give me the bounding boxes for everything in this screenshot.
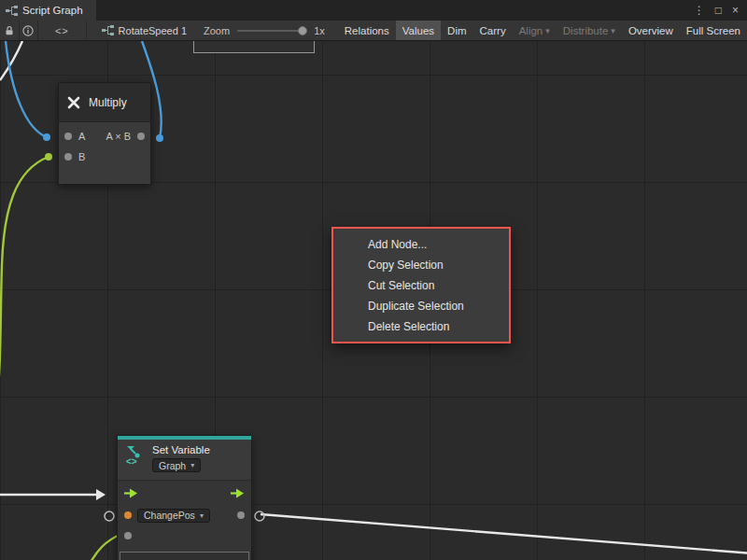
menu-item-add-node[interactable]: Add Node... [333,234,509,255]
multiply-node-header: Multiply [59,83,150,122]
carry-button[interactable]: Carry [473,21,513,41]
window-controls: ⋮ □ × [694,0,747,21]
port-label-b: B [78,151,85,162]
multiply-node-body: A A × B B [59,122,150,184]
chevron-down-icon: ▾ [611,21,615,41]
port-ring-right[interactable] [255,511,264,521]
script-graph-window: Script Graph ⋮ □ × <> [0,0,747,560]
tab-script-graph[interactable]: Script Graph [0,0,96,21]
zoom-label: Zoom [204,25,230,36]
variable-port-row: ChangePos ▾ [118,505,251,525]
graph-name-label: RotateSpeed 1 [119,25,187,36]
value-port-row [118,525,251,546]
svg-text:<>: <> [126,456,137,466]
multiply-icon [66,95,81,110]
set-variable-head-text: Set Variable Graph ▾ [152,443,210,472]
tab-title: Script Graph [22,5,83,16]
input-port-a[interactable] [64,133,72,140]
chevron-down-icon: ▾ [200,511,204,520]
set-variable-icon: <> [123,443,146,466]
graph-icon [102,25,114,35]
value-input-field[interactable] [120,552,249,560]
maximize-icon[interactable]: □ [715,4,722,17]
node-title: Multiply [89,96,127,109]
wire-endpoint [43,133,50,141]
script-graph-icon [6,6,18,16]
zoom-value: 1x [314,25,325,36]
flow-arrowhead [96,489,106,500]
input-value-port[interactable] [124,532,132,539]
close-icon[interactable]: × [732,4,739,17]
toolbar-buttons: Relations Values Dim Carry Align ▾ Distr… [338,21,747,41]
clipped-node[interactable] [193,41,315,53]
flow-port-row [118,481,251,505]
code-view-button[interactable]: <> [38,21,86,41]
lock-button[interactable] [0,21,19,41]
distribute-button[interactable]: Distribute ▾ [557,21,622,41]
dim-button[interactable]: Dim [441,21,472,41]
menu-item-cut-selection[interactable]: Cut Selection [333,275,509,296]
set-variable-header: <> Set Variable Graph ▾ [118,440,251,481]
port-ring-left[interactable] [105,511,114,521]
variable-scope-dropdown[interactable]: Graph ▾ [152,458,201,472]
graph-context-menu: Add Node... Copy Selection Cut Selection… [331,227,511,343]
flow-input-arrow-icon[interactable] [124,488,138,498]
menu-item-duplicate-selection[interactable]: Duplicate Selection [333,296,509,316]
toolbar-separator [86,21,87,41]
wire-green-input-b [0,157,49,416]
node-multiply[interactable]: Multiply A A × B B [58,82,151,185]
fullscreen-button[interactable]: Full Screen [680,21,747,41]
variable-name-dropdown[interactable]: ChangePos ▾ [137,509,210,523]
lock-icon [4,25,15,36]
input-port-b[interactable] [64,153,72,161]
graph-breadcrumb: RotateSpeed 1 [102,25,187,36]
output-port-result[interactable] [137,133,145,140]
port-row: A A × B [64,126,145,147]
zoom-slider-knob[interactable] [298,26,307,35]
zoom-slider[interactable] [237,30,303,32]
align-button[interactable]: Align ▾ [513,21,557,41]
graph-toolbar: <> RotateSpeed 1 Zoom 1x Relations Value… [0,21,747,41]
relations-button[interactable]: Relations [338,21,396,41]
wire-blue-input-a [6,41,47,137]
graph-canvas[interactable]: Multiply A A × B B [0,41,747,560]
values-button[interactable]: Values [396,21,441,41]
menu-item-copy-selection[interactable]: Copy Selection [333,255,509,275]
wire-white-flow-out [261,514,747,553]
overview-button[interactable]: Overview [622,21,680,41]
wire-endpoint [156,134,163,142]
chevron-down-icon: ▾ [190,461,194,469]
node-set-variable[interactable]: <> Set Variable Graph ▾ [117,435,252,560]
info-button[interactable] [20,21,38,41]
flow-output-arrow-icon[interactable] [231,488,245,498]
output-value-port[interactable] [237,511,245,519]
wire-endpoint [45,153,52,161]
port-row: B [64,147,145,167]
variable-name-port[interactable] [124,511,132,519]
node-title: Set Variable [152,444,210,455]
info-icon [22,25,34,36]
menu-item-delete-selection[interactable]: Delete Selection [333,316,509,337]
chevron-down-icon: ▾ [545,21,550,41]
port-label-a: A [78,131,85,142]
panel-menu-icon[interactable]: ⋮ [694,4,705,17]
tab-bar: Script Graph ⋮ □ × [0,0,747,21]
port-label-result: A × B [106,131,131,142]
